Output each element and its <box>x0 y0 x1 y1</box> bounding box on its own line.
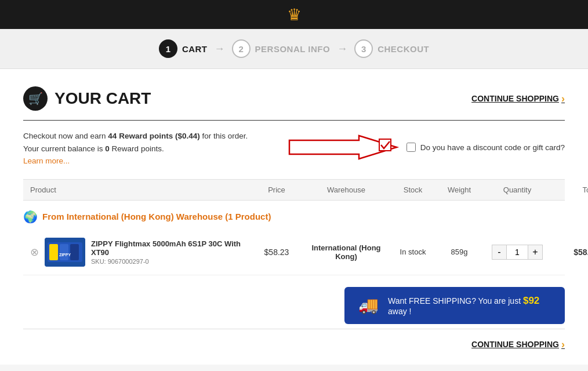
col-weight: Weight <box>436 186 482 194</box>
shipping-truck-icon: 🚚 <box>358 296 379 315</box>
discount-area: Do you have a discount code or gift card… <box>284 130 565 165</box>
header-divider <box>23 120 565 121</box>
discount-label: Do you have a discount code or gift card… <box>420 143 565 152</box>
continue-shopping-top-button[interactable]: CONTINUE SHOPPING › <box>471 93 565 105</box>
warehouse-section: 🌍 From International (Hong Kong) Warehou… <box>23 210 565 224</box>
step-2-label: PERSONAL INFO <box>255 44 331 54</box>
col-warehouse: Warehouse <box>303 186 390 194</box>
bottom-bar: CONTINUE SHOPPING › <box>23 329 565 353</box>
continue-shopping-bottom-label: CONTINUE SHOPPING <box>471 340 559 349</box>
chevron-right-icon-top: › <box>561 93 565 105</box>
main-content: 🛒 YOUR CART CONTINUE SHOPPING › Checkout… <box>0 69 588 365</box>
step-cart[interactable]: 1 CART <box>159 39 208 58</box>
quantity-stepper: - + <box>482 245 552 260</box>
free-shipping-banner: 🚚 Want FREE SHIPPING? You are just $92 a… <box>344 287 565 324</box>
product-name: ZIPPY Flightmax 5000mAh 6S1P 30C With XT… <box>91 239 251 257</box>
col-total: Total <box>552 186 588 194</box>
quantity-decrease-button[interactable]: - <box>492 245 507 260</box>
shipping-amount: $92 <box>523 295 539 306</box>
product-image: ZIPPY <box>45 238 85 267</box>
rewards-balance: 0 <box>105 144 110 153</box>
discount-checkbox[interactable] <box>406 143 416 152</box>
shipping-text: Want FREE SHIPPING? You are just $92 awa… <box>388 295 551 316</box>
rewards-area: Checkout now and earn 44 Reward points (… <box>23 130 565 168</box>
product-info: ZIPPY Flightmax 5000mAh 6S1P 30C With XT… <box>91 239 251 265</box>
chevron-right-icon-bottom: › <box>561 339 565 351</box>
step-1-circle: 1 <box>159 39 177 58</box>
discount-checkbox-area: Do you have a discount code or gift card… <box>406 143 565 152</box>
step-arrow-2: → <box>337 43 347 55</box>
checkout-steps: 1 CART → 2 PERSONAL INFO → 3 CHECKOUT <box>0 29 588 69</box>
arrow-graphic <box>284 130 400 165</box>
table-row: ⊗ ZIPPY ZIPPY Flightmax 5000mAh 6S1P 30C… <box>23 230 565 275</box>
product-stock: In stock <box>390 248 436 256</box>
cart-title: YOUR CART <box>55 89 151 108</box>
continue-shopping-bottom-button[interactable]: CONTINUE SHOPPING › <box>471 339 565 351</box>
step-2-circle: 2 <box>232 39 251 58</box>
svg-rect-7 <box>70 244 79 260</box>
svg-rect-6 <box>60 244 68 260</box>
product-cell: ⊗ ZIPPY ZIPPY Flightmax 5000mAh 6S1P 30C… <box>30 238 251 267</box>
shipping-text-1: Want FREE SHIPPING? You are just <box>388 296 523 305</box>
rewards-text-2: for this order. <box>200 132 248 140</box>
step-personal-info[interactable]: 2 PERSONAL INFO <box>232 39 331 58</box>
quantity-input[interactable] <box>507 245 528 260</box>
rewards-text-4: Reward points. <box>110 144 164 153</box>
quantity-increase-button[interactable]: + <box>528 245 543 260</box>
cart-icon: 🛒 <box>23 86 48 111</box>
step-3-label: CHECKOUT <box>378 44 429 54</box>
rewards-amount: 44 Reward points ($0.44) <box>108 132 199 140</box>
product-sku: SKU: 9067000297-0 <box>91 258 251 265</box>
cart-title-area: 🛒 YOUR CART <box>23 86 151 111</box>
remove-item-button[interactable]: ⊗ <box>30 246 39 259</box>
step-arrow-1: → <box>215 43 225 55</box>
product-total: $58.23 <box>552 248 588 257</box>
shipping-text-2: away ! <box>388 307 411 316</box>
svg-rect-5 <box>49 244 58 260</box>
learn-more-link[interactable]: Learn more... <box>23 157 70 165</box>
step-checkout[interactable]: 3 CHECKOUT <box>354 39 429 58</box>
col-product: Product <box>30 186 251 194</box>
warehouse-title: 🌍 From International (Hong Kong) Warehou… <box>23 210 565 224</box>
top-bar: ♛ <box>0 0 588 29</box>
crown-icon: ♛ <box>287 5 302 24</box>
rewards-text-1: Checkout now and earn <box>23 132 108 140</box>
rewards-text: Checkout now and earn 44 Reward points (… <box>23 130 248 168</box>
svg-text:ZIPPY: ZIPPY <box>59 253 71 257</box>
warehouse-title-label: From International (Hong Kong) Warehouse… <box>42 212 271 221</box>
col-price: Price <box>251 186 303 194</box>
step-1-label: CART <box>182 44 208 54</box>
product-weight: 859g <box>436 248 482 256</box>
continue-shopping-top-label: CONTINUE SHOPPING <box>471 94 559 103</box>
rewards-text-3: Your current balance is <box>23 144 105 153</box>
col-stock: Stock <box>390 186 436 194</box>
cart-header: 🛒 YOUR CART CONTINUE SHOPPING › <box>23 86 565 111</box>
product-warehouse: International (Hong Kong) <box>303 243 390 261</box>
table-header: Product Price Warehouse Stock Weight Qua… <box>23 179 565 201</box>
step-3-circle: 3 <box>354 39 373 58</box>
col-quantity: Quantity <box>482 186 552 194</box>
product-price: $58.23 <box>251 248 303 257</box>
globe-icon: 🌍 <box>23 210 38 224</box>
